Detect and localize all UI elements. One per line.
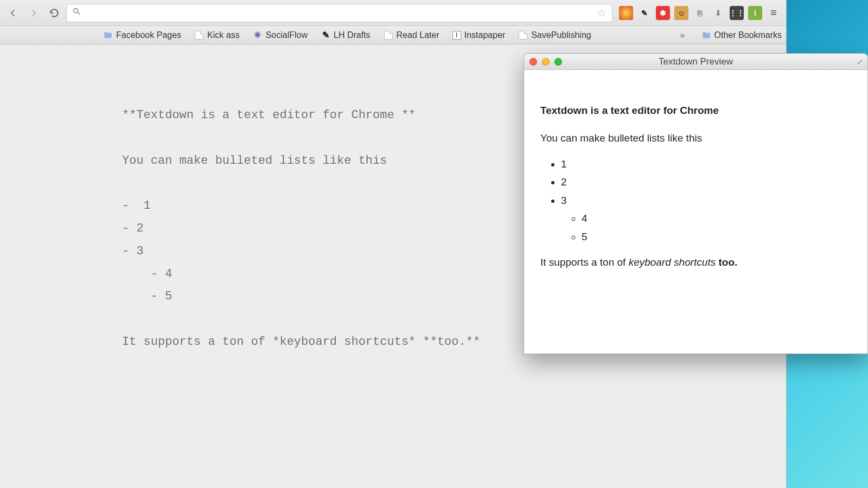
other-bookmarks-label: Other Bookmarks [714, 30, 782, 40]
preview-body: Textdown is a text editor for Chrome You… [524, 70, 867, 291]
bookmark-savepublishing[interactable]: SavePublishing [518, 30, 591, 40]
address-input[interactable] [85, 8, 592, 18]
editor-line: - 3 [122, 245, 144, 258]
preview-titlebar[interactable]: Textdown Preview ⤢ [524, 54, 867, 70]
preview-list: 1 2 3 4 5 [540, 156, 851, 245]
extension-icon-5[interactable]: ⎘ [693, 6, 707, 20]
bookmark-instapaper[interactable]: I Instapaper [452, 30, 506, 40]
editor-line: You can make bulleted lists like this [122, 154, 387, 168]
back-button[interactable] [4, 4, 22, 22]
extension-icon-3[interactable]: ✱ [656, 6, 670, 20]
list-item-label: 3 [561, 195, 567, 206]
search-icon [72, 7, 81, 18]
folder-icon [103, 30, 113, 40]
preview-sublist: 4 5 [561, 210, 851, 245]
list-item: 5 [582, 229, 851, 245]
bookmark-label: Kick ass [207, 30, 240, 40]
extension-icon-2[interactable]: ✎ [637, 6, 652, 20]
page-icon [384, 30, 393, 40]
editor-line: It supports a ton of *keyboard shortcuts… [122, 335, 480, 349]
extension-icon-4[interactable]: ☺ [674, 6, 688, 20]
preview-paragraph: It supports a ton of keyboard shortcuts … [540, 254, 851, 270]
browser-toolbar: ☆ ✎ ✱ ☺ ⎘ ⬇ ⋮⋮ i ≡ [0, 0, 786, 26]
bookmark-star-icon[interactable]: ☆ [597, 7, 607, 20]
preview-title: Textdown Preview [524, 56, 867, 67]
bookmark-label: LH Drafts [334, 30, 371, 40]
list-item: 2 [561, 174, 851, 190]
extension-icon-6[interactable]: ⬇ [711, 6, 725, 20]
bookmark-label: Instapaper [464, 30, 506, 40]
list-item: 1 [561, 156, 851, 172]
bookmark-label: SocialFlow [266, 30, 308, 40]
page-icon [194, 30, 204, 40]
editor-line: - 1 [122, 199, 151, 213]
socialflow-icon: ✺ [253, 30, 263, 40]
extension-icon-7[interactable]: ⋮⋮ [730, 6, 744, 20]
bookmark-label: Facebook Pages [116, 30, 181, 40]
page-icon [518, 30, 528, 40]
list-item: 3 4 5 [561, 192, 851, 245]
preview-window: Textdown Preview ⤢ Textdown is a text ed… [524, 53, 868, 354]
reload-button[interactable] [46, 4, 63, 22]
address-bar[interactable]: ☆ [66, 4, 612, 22]
editor-line: - 2 [122, 222, 144, 235]
bookmark-lh-drafts[interactable]: ✎ LH Drafts [321, 30, 371, 40]
text-run: It supports a ton of [540, 256, 629, 268]
extension-icons: ✎ ✱ ☺ ⎘ ⬇ ⋮⋮ i [616, 6, 762, 20]
bookmark-read-later[interactable]: Read Later [384, 30, 439, 40]
forward-button[interactable] [25, 4, 42, 22]
chrome-menu-button[interactable]: ≡ [765, 5, 782, 21]
folder-icon [701, 30, 711, 40]
extension-icon-8[interactable]: i [748, 6, 762, 20]
extension-icon-1[interactable] [619, 6, 633, 20]
bookmarks-overflow[interactable]: » [677, 30, 688, 40]
expand-icon[interactable]: ⤢ [857, 57, 863, 66]
bookmark-facebook-pages[interactable]: Facebook Pages [103, 30, 181, 40]
list-item: 4 [582, 210, 851, 226]
other-bookmarks[interactable]: Other Bookmarks [701, 30, 782, 40]
bookmarks-bar: Facebook Pages Kick ass ✺ SocialFlow ✎ L… [0, 26, 786, 44]
editor-line: - 4 [122, 267, 172, 281]
italic-text: keyboard shortcuts [629, 256, 716, 268]
bookmark-socialflow[interactable]: ✺ SocialFlow [253, 30, 308, 40]
bold-text: too. [716, 256, 737, 268]
preview-paragraph: You can make bulleted lists like this [540, 130, 851, 146]
editor-line: - 5 [122, 290, 172, 303]
preview-heading: Textdown is a text editor for Chrome [540, 102, 851, 118]
bookmark-kick-ass[interactable]: Kick ass [194, 30, 240, 40]
bookmark-label: SavePublishing [531, 30, 591, 40]
svg-point-0 [74, 9, 78, 13]
lh-drafts-icon: ✎ [321, 30, 330, 40]
instapaper-icon: I [452, 31, 461, 40]
bookmark-label: Read Later [397, 30, 439, 40]
editor-line: **Textdown is a text editor for Chrome *… [122, 108, 416, 122]
